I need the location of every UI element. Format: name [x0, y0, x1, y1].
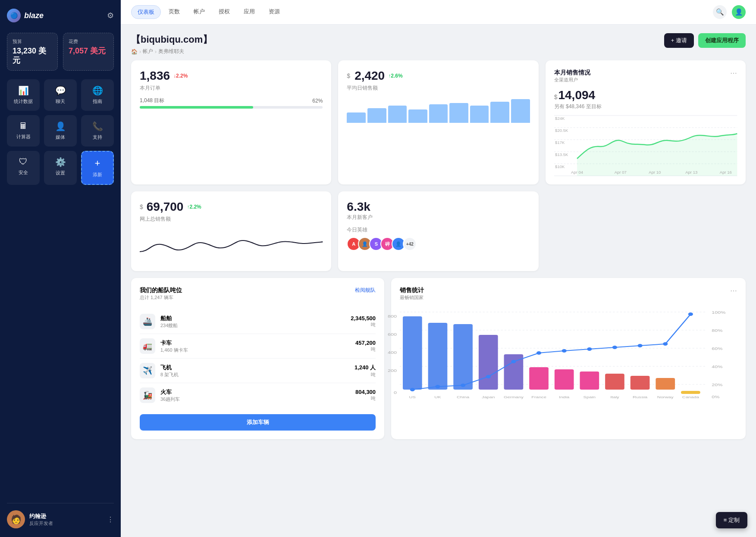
svg-rect-27: [403, 316, 422, 390]
create-app-button[interactable]: 创建应用程序: [698, 33, 746, 48]
svg-point-55: [511, 360, 516, 363]
svg-text:US: US: [409, 395, 416, 399]
plane-icon: ✈️: [140, 363, 155, 378]
svg-text:600: 600: [388, 332, 397, 337]
orders-progress-label: 1,048 目标: [140, 97, 164, 104]
sidebar-item-chat[interactable]: 💬 聊天: [44, 79, 77, 111]
sidebar-item-security[interactable]: 🛡 安全: [7, 151, 40, 185]
fleet-ship-info: 船舶 234艘船: [160, 315, 345, 329]
tab-account[interactable]: 帐户: [188, 5, 211, 19]
online-sales-label: 网上总销售额: [140, 215, 323, 223]
svg-point-51: [410, 388, 415, 391]
fleet-plane-num: 1,240 人: [354, 364, 376, 372]
tab-resources[interactable]: 资源: [263, 5, 286, 19]
fleet-item-ship: 🚢 船舶 234艘船 2,345,500 吨: [140, 309, 376, 334]
logo-icon: 🔵: [7, 9, 21, 22]
orders-badge: ↓2.2%: [173, 73, 188, 79]
sidebar-item-calc[interactable]: 🖩 计算器: [7, 115, 40, 147]
svg-rect-28: [428, 323, 448, 390]
bottom-two-col: 我们的船队吨位 总计 1,247 辆车 检阅舰队 🚢 船舶 234艘船 2,34…: [131, 278, 746, 439]
invite-button[interactable]: + 邀请: [664, 33, 694, 48]
fleet-truck-value: 457,200 吨: [355, 340, 376, 353]
tab-auth[interactable]: 授权: [213, 5, 236, 19]
month-sales-title-block: 本月销售情况 全渠道用户: [554, 69, 590, 88]
page-header: 【biqubiqu.com】 🏠 › 帐户 › 奥弗维耶夫 + 邀请 创建应用程…: [131, 33, 746, 55]
svg-point-52: [435, 385, 440, 388]
fleet-ship-sub: 234艘船: [160, 322, 345, 329]
train-icon: 🚂: [140, 387, 155, 403]
heroes-section: 今日英雄 A 👤 S 碎 👤 +42: [347, 226, 530, 251]
stats-icon: 📊: [18, 85, 29, 96]
tab-dashboard[interactable]: 仪表板: [131, 5, 161, 19]
month-sales-more-icon[interactable]: ⋯: [730, 69, 737, 77]
online-sales-header: $ 69,700 ↑2.2%: [140, 200, 323, 214]
chat-icon: 💬: [55, 85, 66, 96]
media-label: 媒体: [56, 134, 65, 140]
fleet-train-info: 火车 36趟列车: [160, 388, 350, 403]
sidebar-footer: 🧑 约翰逊 反应开发者 ⋮: [7, 503, 114, 528]
sidebar: 🔵 blaze ⚙ 预算 13,230 美元 花费 7,057 美元 📊 统计数…: [0, 0, 121, 537]
guide-icon: 🌐: [92, 85, 103, 96]
add-label: 添新: [93, 172, 102, 178]
avg-sales-header: $ 2,420 ↑2.6%: [347, 69, 530, 83]
sidebar-item-settings[interactable]: ⚙️ 设置: [44, 151, 77, 185]
month-sales-value-row: $ 14,094: [554, 88, 737, 103]
fleet-train-sub: 36趟列车: [160, 396, 350, 403]
online-sales-prefix: $: [140, 203, 143, 210]
breadcrumb-account[interactable]: 帐户: [143, 48, 153, 55]
user-more-icon[interactable]: ⋮: [107, 515, 114, 524]
sidebar-item-media[interactable]: 👤 媒体: [44, 115, 77, 147]
fleet-link[interactable]: 检阅舰队: [355, 287, 376, 294]
add-vehicle-button[interactable]: 添加车辆: [140, 414, 376, 431]
sidebar-item-support[interactable]: 📞 支持: [81, 115, 114, 147]
month-sales-sub: 全渠道用户: [554, 77, 590, 83]
month-sales-card: 本月销售情况 全渠道用户 ⋯ $ 14,094 另有 $48,346 至目标: [546, 60, 746, 184]
customize-button[interactable]: ≡ 定制: [716, 512, 747, 528]
ship-icon: 🚢: [140, 314, 155, 329]
avg-sales-card: $ 2,420 ↑2.6% 平均日销售额: [338, 60, 538, 184]
svg-text:0: 0: [394, 390, 397, 395]
settings-icon: ⚙️: [55, 157, 66, 167]
svg-rect-29: [453, 324, 473, 390]
svg-text:40%: 40%: [712, 365, 722, 369]
mini-bar: [388, 106, 407, 123]
sales-stats-title-block: 销售统计 最畅销国家: [400, 287, 424, 306]
sidebar-item-stats[interactable]: 📊 统计数据: [7, 79, 40, 111]
fleet-ship-value: 2,345,500 吨: [351, 315, 376, 328]
chat-label: 聊天: [56, 98, 65, 105]
sidebar-item-add[interactable]: + 添新: [81, 151, 114, 185]
expense-label: 花费: [69, 38, 108, 45]
sales-stats-more-icon[interactable]: ⋯: [730, 287, 737, 306]
support-label: 支持: [93, 134, 102, 140]
user-profile-icon[interactable]: 👤: [732, 5, 746, 19]
month-sales-prefix: $: [554, 94, 558, 100]
avg-sales-prefix: $: [347, 72, 350, 79]
orders-label: 本月订单: [140, 84, 323, 92]
tab-apps[interactable]: 应用: [238, 5, 261, 19]
svg-rect-36: [631, 376, 650, 390]
mini-bar: [429, 104, 448, 123]
fleet-truck-num: 457,200: [355, 340, 376, 346]
svg-text:UK: UK: [434, 395, 441, 399]
mini-bar: [367, 108, 386, 123]
sidebar-settings-icon[interactable]: ⚙: [107, 11, 114, 20]
svg-text:Apr 04: Apr 04: [571, 170, 583, 175]
sidebar-item-guide[interactable]: 🌐 指南: [81, 79, 114, 111]
mini-bar: [470, 106, 489, 123]
fleet-plane-sub: 8 架飞机: [160, 372, 349, 378]
search-icon[interactable]: 🔍: [713, 5, 727, 19]
tab-pages[interactable]: 页数: [163, 5, 186, 19]
svg-text:200: 200: [388, 368, 397, 373]
svg-text:Germany: Germany: [504, 395, 524, 399]
stats-label: 统计数据: [14, 98, 33, 105]
fleet-truck-sub: 1,460 辆卡车: [160, 347, 350, 353]
svg-point-53: [461, 384, 465, 387]
svg-text:Apr 07: Apr 07: [614, 170, 626, 175]
logo-text: blaze: [24, 11, 44, 20]
bottom-grid: $ 69,700 ↑2.2% 网上总销售额 6.3k 本月新客户 今日英雄: [131, 191, 746, 271]
svg-text:100%: 100%: [712, 310, 725, 315]
breadcrumb-home: 🏠: [131, 49, 138, 55]
orders-progress-bg: [140, 106, 323, 109]
expense-card: 花费 7,057 美元: [63, 33, 114, 71]
svg-rect-37: [656, 378, 675, 390]
